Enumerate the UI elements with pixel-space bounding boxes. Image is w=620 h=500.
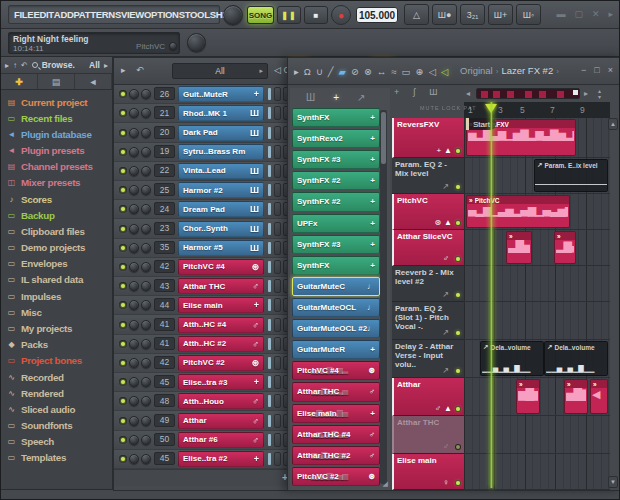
picker-clip[interactable]: ▅▃▆▂▄▅▃ Atthar THC #2 ♂	[292, 446, 380, 465]
channel-button[interactable]: Dream Pad Ш	[178, 201, 264, 217]
channel-button[interactable]: PitchVC #4 ⊛	[178, 259, 264, 275]
picker-clip[interactable]: ▂▄▆▃▅▂▄ Atthar THC ♂	[292, 382, 380, 401]
preview-icon[interactable]: ◁	[429, 66, 436, 77]
mute-icon[interactable]: ⊗	[364, 66, 372, 77]
velocity-bar[interactable]	[268, 280, 271, 292]
close-button[interactable]: ✕	[592, 9, 600, 19]
slide-icon[interactable]: ≈	[391, 66, 396, 77]
channel-button[interactable]: Elise main +	[178, 297, 264, 313]
track-lane[interactable]: » ▆█▆ » ▅█▇	[464, 378, 610, 416]
track-lane[interactable]	[464, 416, 610, 454]
channel-button[interactable]: Atth..Houo ♂	[178, 393, 264, 409]
tempo-display[interactable]: 105.000	[356, 7, 398, 23]
channel-pan-knob[interactable]	[129, 185, 139, 195]
channel-pan-knob[interactable]	[129, 243, 139, 253]
maximize-button[interactable]: ▢	[574, 9, 583, 19]
channel-button[interactable]: Vinta..Lead Ш	[178, 163, 264, 179]
channel-enable-led[interactable]	[119, 225, 127, 233]
browser-item-channel-presets[interactable]: ▤ Channel presets	[6, 159, 112, 175]
pl-close-button[interactable]: ×	[608, 65, 613, 75]
browser-item-recent-files[interactable]: ▭ Recent files	[6, 110, 112, 126]
picker-clip[interactable]: SynthFX #2 +	[292, 192, 380, 211]
playlist-clip[interactable]: ↗ Param. E..ix level	[534, 159, 608, 192]
channel-enable-led[interactable]	[119, 340, 127, 348]
countdown-icon[interactable]: 3₂₁	[460, 4, 485, 25]
picker-clip[interactable]: SynthRexv2 +	[292, 129, 380, 148]
channel-enable-led[interactable]	[119, 436, 127, 444]
channel-pan-knob[interactable]	[129, 89, 139, 99]
channel-pan-knob[interactable]	[129, 396, 139, 406]
browser-item-speech[interactable]: ▭ Speech	[6, 434, 112, 450]
browser-item-plugin-database[interactable]: ◄ Plugin database	[6, 126, 112, 142]
master-pitch-knob[interactable]	[187, 33, 206, 52]
group-triangle-icon[interactable]: ▲	[444, 218, 452, 227]
track-atthar-thc[interactable]: Atthar THC ♂	[392, 416, 464, 454]
picker-clip[interactable]: ▃▅▂▄▆▃▅ Atthar THC #4 ♂	[292, 425, 380, 444]
step-cell[interactable]	[274, 337, 281, 351]
channel-button[interactable]: Atthar ♂	[178, 413, 264, 429]
channel-pan-knob[interactable]	[129, 166, 139, 176]
channel-volume-knob[interactable]	[141, 416, 151, 426]
channel-volume-knob[interactable]	[141, 224, 151, 234]
channel-enable-led[interactable]	[119, 282, 127, 290]
track-reeverb2-mix[interactable]: Reeverb 2 - Mix level #2 ↗	[392, 266, 464, 302]
scope-label[interactable]: All	[89, 60, 100, 70]
track-enable-led[interactable]	[455, 184, 461, 190]
menu-add[interactable]: ADD	[54, 9, 74, 20]
velocity-bar[interactable]	[268, 338, 271, 350]
scroll-down-button[interactable]: ▼	[608, 476, 618, 488]
picker-clip[interactable]: ▄▆▃▅▂▆▄ Elise main +	[292, 404, 380, 423]
velocity-bar[interactable]	[268, 415, 271, 427]
breadcrumb-current[interactable]: Lazer FX #2	[501, 65, 553, 76]
channel-volume-knob[interactable]	[141, 147, 151, 157]
channel-enable-led[interactable]	[119, 417, 127, 425]
picker-clip[interactable]: GuitarMuteOCL #2 ♩	[292, 319, 380, 338]
velocity-bar[interactable]	[268, 299, 271, 311]
channel-button[interactable]: Sytru..Brass Rm	[178, 144, 264, 160]
browser-item-demo-projects[interactable]: ▭ Demo projects	[6, 240, 112, 256]
slip-icon[interactable]: ⊘	[351, 66, 359, 77]
channel-button[interactable]: Elise..tra #2 +	[178, 451, 264, 467]
step-cell[interactable]	[274, 202, 281, 216]
track-enable-led[interactable]	[455, 480, 461, 486]
step-cell[interactable]	[274, 241, 281, 255]
stop-button[interactable]: ■	[304, 6, 328, 24]
step-cell[interactable]	[274, 356, 281, 370]
picker-clip[interactable]: SynthFX +	[292, 256, 380, 275]
up-icon[interactable]: ↑	[13, 61, 17, 70]
step-cell[interactable]	[274, 183, 281, 197]
playlist-clip[interactable]: » ◀	[590, 379, 608, 414]
step-cell[interactable]	[274, 414, 281, 428]
browser-item-plugin-presets[interactable]: ◄ Plugin presets	[6, 143, 112, 159]
track-delay2-atthar[interactable]: Delay 2 - Atthar Verse - Input volu.. ↗	[392, 340, 464, 378]
channel-volume-knob[interactable]	[141, 108, 151, 118]
channel-enable-led[interactable]	[119, 359, 127, 367]
browser-item-my-projects[interactable]: ▭ My projects	[6, 320, 112, 336]
channel-volume-knob[interactable]	[141, 89, 151, 99]
scrollbar-thumb[interactable]	[381, 112, 386, 164]
metronome-icon[interactable]: △	[404, 4, 429, 25]
scroll-right-button[interactable]: ▸	[584, 89, 594, 98]
group-triangle-icon[interactable]: ▲	[444, 404, 452, 413]
channel-enable-led[interactable]	[119, 378, 127, 386]
channel-enable-led[interactable]	[119, 167, 127, 175]
track-enable-led[interactable]	[455, 292, 461, 298]
step-cell[interactable]	[274, 318, 281, 332]
menu-patterns[interactable]: PATTERNS	[74, 9, 121, 20]
stretch-icon[interactable]: ↔	[377, 66, 387, 77]
menu-edit[interactable]: EDIT	[33, 9, 53, 20]
picker-clip[interactable]: SynthFX #3 +	[292, 150, 380, 169]
channel-pan-knob[interactable]	[129, 108, 139, 118]
browser-item-recorded[interactable]: ∿ Recorded	[6, 369, 112, 385]
zoom-icon[interactable]: ⊕	[416, 66, 424, 77]
step-cell[interactable]	[274, 106, 281, 120]
channel-enable-led[interactable]	[119, 205, 127, 213]
velocity-bar[interactable]	[268, 357, 271, 369]
browser-item-envelopes[interactable]: ▭ Envelopes	[6, 256, 112, 272]
channel-pan-knob[interactable]	[129, 377, 139, 387]
channel-enable-led[interactable]	[119, 301, 127, 309]
channel-pan-knob[interactable]	[129, 320, 139, 330]
breadcrumb-parent[interactable]: Original	[460, 65, 493, 76]
channel-button[interactable]: Harmor #5 Ш	[178, 240, 264, 256]
browser-item-clipboard-files[interactable]: ▭ Clipboard files	[6, 223, 112, 239]
